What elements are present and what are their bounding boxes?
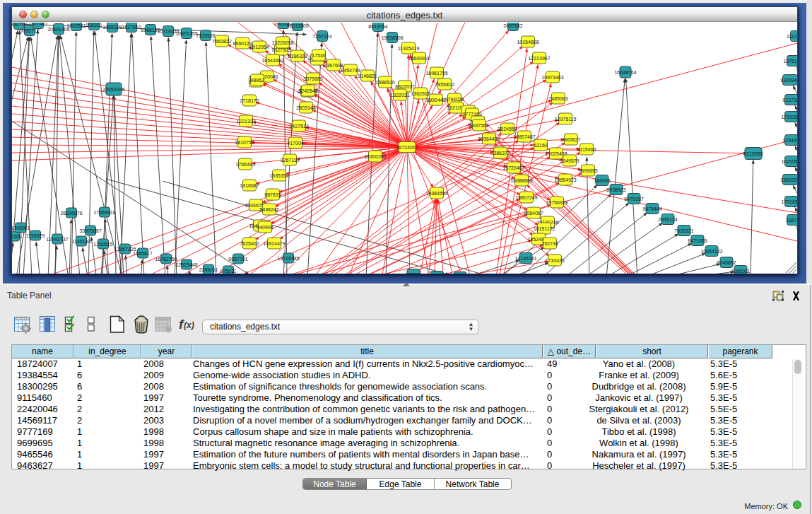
svg-text:14914479: 14914479 — [263, 241, 285, 246]
svg-text:11325419: 11325419 — [398, 46, 420, 51]
svg-text:33975887: 33975887 — [79, 228, 101, 233]
svg-text:18807249: 18807249 — [515, 195, 537, 200]
svg-text:8813054: 8813054 — [368, 24, 387, 29]
svg-text:1322031: 1322031 — [390, 93, 409, 98]
svg-text:13226058: 13226058 — [271, 40, 293, 45]
svg-text:2367608: 2367608 — [324, 63, 343, 68]
svg-text:12942737: 12942737 — [46, 237, 68, 242]
svg-text:10671355: 10671355 — [175, 31, 197, 36]
svg-text:7632621: 7632621 — [674, 228, 693, 233]
svg-text:10210643: 10210643 — [781, 159, 797, 164]
svg-text:1065011: 1065011 — [731, 269, 751, 274]
svg-text:8912954: 8912954 — [249, 45, 269, 49]
svg-text:2265011: 2265011 — [199, 267, 218, 272]
svg-text:3824554: 3824554 — [498, 127, 517, 132]
svg-text:1943001: 1943001 — [12, 226, 30, 230]
svg-text:9146821: 9146821 — [358, 74, 377, 78]
svg-text:1810755: 1810755 — [235, 140, 254, 145]
svg-text:8186328: 8186328 — [288, 54, 307, 59]
svg-text:1527602: 1527602 — [122, 25, 141, 30]
svg-text:8454749: 8454749 — [341, 68, 360, 73]
svg-text:17016514: 17016514 — [781, 199, 797, 204]
svg-text:1156829: 1156829 — [26, 233, 45, 238]
svg-text:1369297: 1369297 — [780, 177, 797, 182]
svg-text:1733426: 1733426 — [545, 258, 564, 263]
svg-text:16648764: 16648764 — [614, 70, 636, 75]
svg-text:17359918: 17359918 — [93, 210, 115, 215]
svg-text:975011: 975011 — [220, 269, 237, 274]
svg-text:16640910: 16640910 — [408, 56, 430, 61]
svg-text:10154808: 10154808 — [517, 40, 539, 45]
svg-text:10688609: 10688609 — [510, 178, 532, 183]
svg-text:940994: 940994 — [257, 225, 273, 230]
svg-text:19654923: 19654923 — [554, 177, 576, 182]
svg-text:1085328: 1085328 — [102, 25, 122, 30]
svg-text:9115460: 9115460 — [577, 147, 596, 152]
svg-text:2935134: 2935134 — [658, 217, 677, 222]
svg-text:9777169: 9777169 — [462, 112, 481, 117]
svg-text:17546: 17546 — [312, 53, 326, 58]
svg-text:9329946: 9329946 — [780, 78, 797, 83]
svg-text:1221333: 1221333 — [236, 119, 255, 124]
svg-text:16151172: 16151172 — [534, 226, 555, 231]
svg-text:7625402: 7625402 — [240, 241, 259, 246]
svg-text:16961755: 16961755 — [425, 71, 447, 76]
svg-text:1250515: 1250515 — [93, 242, 112, 247]
svg-text:7955812: 7955812 — [435, 82, 454, 87]
svg-text:8215958: 8215958 — [743, 151, 763, 156]
svg-text:20053346: 20053346 — [102, 87, 124, 92]
svg-text:1145134: 1145134 — [72, 239, 91, 244]
svg-text:12975115: 12975115 — [555, 117, 577, 122]
svg-text:2803144: 2803144 — [296, 105, 315, 110]
svg-text:1362615: 1362615 — [411, 91, 430, 96]
svg-text:16033809: 16033809 — [286, 23, 308, 28]
svg-text:19384554: 19384554 — [425, 191, 447, 196]
svg-text:9699695: 9699695 — [578, 168, 597, 173]
svg-text:1765493: 1765493 — [235, 162, 254, 167]
svg-text:62160: 62160 — [534, 143, 548, 148]
svg-text:19756928: 19756928 — [546, 200, 567, 205]
svg-text:7515526: 7515526 — [196, 33, 215, 38]
svg-text:98962: 98962 — [250, 78, 264, 83]
svg-text:7663822: 7663822 — [212, 39, 231, 44]
svg-text:10973403: 10973403 — [541, 75, 563, 80]
svg-text:9084067: 9084067 — [524, 211, 543, 216]
svg-text:2087682: 2087682 — [503, 23, 522, 28]
svg-text:3267110: 3267110 — [281, 158, 300, 163]
svg-text:9857791: 9857791 — [228, 257, 247, 262]
svg-text:2718172: 2718172 — [240, 98, 259, 103]
svg-text:915301: 915301 — [86, 23, 102, 28]
svg-text:8471026: 8471026 — [688, 238, 707, 243]
svg-text:20364436: 20364436 — [478, 136, 500, 141]
svg-text:8322037: 8322037 — [395, 84, 414, 89]
svg-text:164095: 164095 — [594, 178, 610, 183]
svg-text:15720407: 15720407 — [502, 165, 524, 170]
svg-text:116753: 116753 — [787, 218, 797, 223]
svg-text:1535359: 1535359 — [269, 173, 288, 178]
svg-text:16782759: 16782759 — [155, 257, 177, 262]
svg-text:887833: 887833 — [264, 192, 281, 197]
svg-text:391551: 391551 — [12, 234, 23, 239]
svg-text:3375685: 3375685 — [303, 76, 322, 81]
svg-text:1927407: 1927407 — [28, 23, 47, 26]
svg-text:12093872: 12093872 — [781, 115, 797, 119]
svg-text:10807487: 10807487 — [513, 134, 535, 139]
svg-text:12923448: 12923448 — [175, 262, 197, 267]
svg-text:9245652: 9245652 — [717, 260, 736, 265]
svg-text:3242848: 3242848 — [298, 88, 317, 93]
svg-text:9794028: 9794028 — [445, 97, 464, 102]
svg-text:26206576: 26206576 — [60, 211, 82, 216]
svg-text:1916687: 1916687 — [240, 183, 259, 188]
svg-text:18724007: 18724007 — [396, 145, 418, 150]
svg-text:7357224: 7357224 — [312, 34, 331, 39]
svg-text:10654122: 10654122 — [700, 249, 722, 254]
svg-text:16543362: 16543362 — [261, 58, 283, 63]
svg-text:1063521: 1063521 — [66, 23, 86, 28]
svg-text:6479197: 6479197 — [624, 197, 643, 201]
svg-text:19218506: 19218506 — [381, 35, 403, 40]
svg-text:13751074: 13751074 — [783, 59, 797, 64]
svg-text:13716485: 13716485 — [277, 256, 299, 261]
svg-text:1117404: 1117404 — [787, 34, 797, 39]
svg-text:9227343: 9227343 — [782, 98, 797, 103]
svg-text:1588520: 1588520 — [375, 80, 394, 85]
